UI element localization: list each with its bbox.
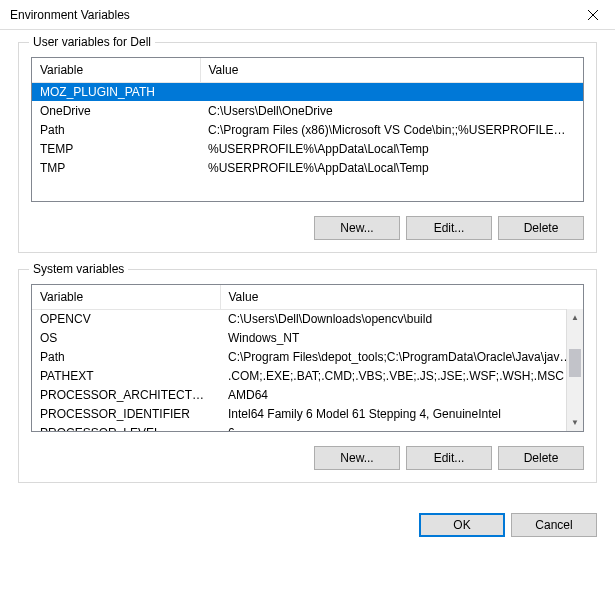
cell-value bbox=[200, 82, 583, 101]
cell-variable: OPENCV bbox=[32, 309, 220, 328]
system-col-variable[interactable]: Variable bbox=[32, 285, 220, 309]
cell-value: C:\Users\Dell\OneDrive bbox=[200, 101, 583, 120]
table-row[interactable]: PROCESSOR_LEVEL6 bbox=[32, 423, 583, 432]
table-row[interactable]: OSWindows_NT bbox=[32, 328, 583, 347]
system-variables-table-container: Variable Value OPENCVC:\Users\Dell\Downl… bbox=[31, 284, 584, 432]
cell-variable: PATHEXT bbox=[32, 366, 220, 385]
cancel-button[interactable]: Cancel bbox=[511, 513, 597, 537]
cell-variable: Path bbox=[32, 120, 200, 139]
user-button-row: New... Edit... Delete bbox=[31, 216, 584, 240]
table-row[interactable]: MOZ_PLUGIN_PATH bbox=[32, 82, 583, 101]
system-edit-button[interactable]: Edit... bbox=[406, 446, 492, 470]
user-new-button[interactable]: New... bbox=[314, 216, 400, 240]
cell-value: Intel64 Family 6 Model 61 Stepping 4, Ge… bbox=[220, 404, 583, 423]
cell-variable: PROCESSOR_ARCHITECTURE bbox=[32, 385, 220, 404]
scroll-down-icon[interactable]: ▼ bbox=[567, 414, 583, 431]
titlebar: Environment Variables bbox=[0, 0, 615, 30]
cell-variable: MOZ_PLUGIN_PATH bbox=[32, 82, 200, 101]
table-row[interactable]: OPENCVC:\Users\Dell\Downloads\opencv\bui… bbox=[32, 309, 583, 328]
close-icon bbox=[588, 10, 598, 20]
scroll-up-icon[interactable]: ▲ bbox=[567, 309, 583, 326]
user-variables-table[interactable]: Variable Value MOZ_PLUGIN_PATHOneDriveC:… bbox=[32, 58, 583, 177]
cell-variable: OneDrive bbox=[32, 101, 200, 120]
system-scrollbar[interactable]: ▲ ▼ bbox=[566, 309, 583, 431]
cell-variable: TMP bbox=[32, 158, 200, 177]
user-delete-button[interactable]: Delete bbox=[498, 216, 584, 240]
cell-variable: Path bbox=[32, 347, 220, 366]
cell-value: Windows_NT bbox=[220, 328, 583, 347]
user-variables-table-container: Variable Value MOZ_PLUGIN_PATHOneDriveC:… bbox=[31, 57, 584, 202]
cell-value: C:\Users\Dell\Downloads\opencv\build bbox=[220, 309, 583, 328]
system-group-legend: System variables bbox=[29, 262, 128, 276]
table-row[interactable]: PROCESSOR_ARCHITECTUREAMD64 bbox=[32, 385, 583, 404]
cell-value: C:\Program Files\depot_tools;C:\ProgramD… bbox=[220, 347, 583, 366]
scroll-thumb[interactable] bbox=[569, 349, 581, 377]
table-row[interactable]: TEMP%USERPROFILE%\AppData\Local\Temp bbox=[32, 139, 583, 158]
cell-variable: OS bbox=[32, 328, 220, 347]
cell-value: AMD64 bbox=[220, 385, 583, 404]
system-variables-table[interactable]: Variable Value OPENCVC:\Users\Dell\Downl… bbox=[32, 285, 583, 432]
user-variables-group: User variables for Dell Variable Value M… bbox=[18, 42, 597, 253]
cell-variable: PROCESSOR_LEVEL bbox=[32, 423, 220, 432]
user-col-variable[interactable]: Variable bbox=[32, 58, 200, 82]
cell-value: C:\Program Files (x86)\Microsoft VS Code… bbox=[200, 120, 583, 139]
system-variables-group: System variables Variable Value OPENCVC:… bbox=[18, 269, 597, 483]
cell-value: 6 bbox=[220, 423, 583, 432]
table-row[interactable]: PROCESSOR_IDENTIFIERIntel64 Family 6 Mod… bbox=[32, 404, 583, 423]
dialog-content: User variables for Dell Variable Value M… bbox=[0, 30, 615, 513]
system-col-value[interactable]: Value bbox=[220, 285, 583, 309]
table-row[interactable]: PATHEXT.COM;.EXE;.BAT;.CMD;.VBS;.VBE;.JS… bbox=[32, 366, 583, 385]
user-col-value[interactable]: Value bbox=[200, 58, 583, 82]
table-row[interactable]: TMP%USERPROFILE%\AppData\Local\Temp bbox=[32, 158, 583, 177]
cell-value: %USERPROFILE%\AppData\Local\Temp bbox=[200, 158, 583, 177]
cell-variable: PROCESSOR_IDENTIFIER bbox=[32, 404, 220, 423]
close-button[interactable] bbox=[570, 0, 615, 30]
ok-button[interactable]: OK bbox=[419, 513, 505, 537]
window-title: Environment Variables bbox=[10, 8, 570, 22]
user-edit-button[interactable]: Edit... bbox=[406, 216, 492, 240]
system-new-button[interactable]: New... bbox=[314, 446, 400, 470]
table-row[interactable]: PathC:\Program Files\depot_tools;C:\Prog… bbox=[32, 347, 583, 366]
system-button-row: New... Edit... Delete bbox=[31, 446, 584, 470]
cell-value: .COM;.EXE;.BAT;.CMD;.VBS;.VBE;.JS;.JSE;.… bbox=[220, 366, 583, 385]
table-row[interactable]: OneDriveC:\Users\Dell\OneDrive bbox=[32, 101, 583, 120]
cell-value: %USERPROFILE%\AppData\Local\Temp bbox=[200, 139, 583, 158]
system-delete-button[interactable]: Delete bbox=[498, 446, 584, 470]
cell-variable: TEMP bbox=[32, 139, 200, 158]
table-row[interactable]: PathC:\Program Files (x86)\Microsoft VS … bbox=[32, 120, 583, 139]
user-group-legend: User variables for Dell bbox=[29, 35, 155, 49]
dialog-footer: OK Cancel bbox=[0, 513, 615, 551]
